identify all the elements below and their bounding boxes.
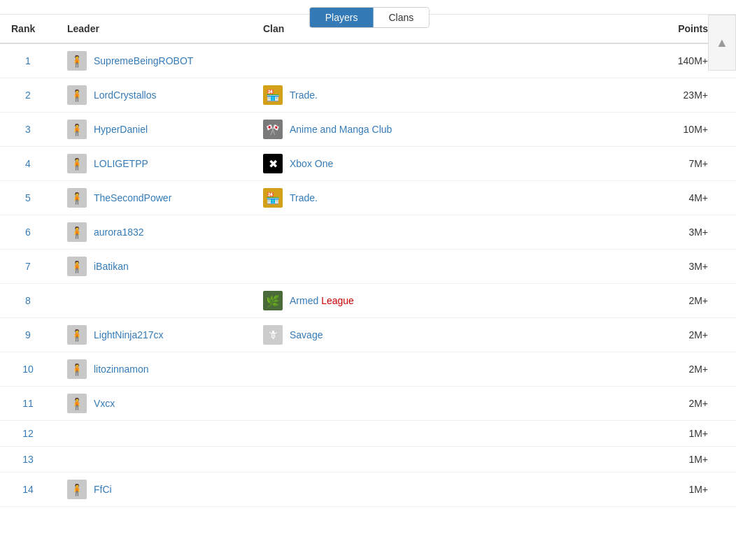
table-row[interactable]: 2🧍LordCrystallos🏪Trade.23M+ (0, 78, 736, 113)
leader-name: FfCi (94, 484, 112, 495)
points-cell: 10M+ (546, 113, 736, 147)
table-row[interactable]: 11🧍Vxcx2M+ (0, 387, 736, 421)
points-cell: 1M+ (546, 447, 736, 473)
leader-cell: 🧍LOLIGETPP (56, 147, 252, 181)
avatar: 🧍 (67, 394, 87, 413)
points-cell: 23M+ (546, 78, 736, 113)
clan-name[interactable]: Savage (290, 329, 323, 340)
table-row[interactable]: 10🧍litozinnamon2M+ (0, 352, 736, 387)
leader-cell: 🧍SupremeBeingROBOT (56, 43, 252, 78)
leader-name: TheSecondPower (94, 192, 171, 203)
leader-name: litozinnamon (94, 364, 149, 375)
table-body: 1🧍SupremeBeingROBOT140M+2🧍LordCrystallos… (0, 43, 736, 507)
rank-cell: 4 (0, 147, 56, 181)
table-row[interactable]: 1🧍SupremeBeingROBOT140M+ (0, 43, 736, 78)
col-rank: Rank (0, 15, 56, 43)
leader-name: aurora1832 (94, 227, 144, 238)
rank-cell: 9 (0, 318, 56, 352)
rank-cell: 7 (0, 250, 56, 284)
leader-name: LightNinja217cx (94, 329, 164, 340)
leader-name: HyperDaniel (94, 124, 148, 135)
leader-name: LOLIGETPP (94, 158, 148, 169)
avatar: 🧍 (67, 154, 87, 173)
leader-cell: 🧍aurora1832 (56, 215, 252, 250)
clan-name[interactable]: Xbox One (290, 158, 333, 169)
points-cell: 2M+ (546, 387, 736, 421)
clan-icon: 🏪 (263, 188, 283, 208)
clan-icon: 🌿 (263, 291, 283, 310)
avatar: 🧍 (67, 120, 87, 139)
leader-cell: 🧍Vxcx (56, 387, 252, 421)
leader-name: iBatikan (94, 261, 129, 272)
leader-cell (56, 421, 252, 447)
leader-cell: 🧍HyperDaniel (56, 113, 252, 147)
leader-cell (56, 447, 252, 473)
clan-cell (252, 43, 546, 78)
clan-cell: 🎌Anime and Manga Club (252, 113, 546, 147)
clan-name[interactable]: Armed League (290, 295, 354, 306)
clan-cell: ✖Xbox One (252, 147, 546, 181)
points-cell: 7M+ (546, 147, 736, 181)
points-cell: 2M+ (546, 352, 736, 387)
scroll-up-button[interactable]: ▲ (708, 15, 736, 71)
rank-cell: 1 (0, 43, 56, 78)
points-cell: 2M+ (546, 318, 736, 352)
rank-cell: 6 (0, 215, 56, 250)
clan-cell (252, 352, 546, 387)
table-row[interactable]: 3🧍HyperDaniel🎌Anime and Manga Club10M+ (0, 113, 736, 147)
clan-icon: 🎌 (263, 120, 283, 139)
leader-cell: 🧍iBatikan (56, 250, 252, 284)
rank-cell: 14 (0, 473, 56, 507)
avatar: 🧍 (67, 85, 87, 105)
leader-name: SupremeBeingROBOT (94, 55, 193, 66)
points-cell: 3M+ (546, 215, 736, 250)
header: Players Clans (0, 0, 736, 15)
rank-cell: 12 (0, 421, 56, 447)
clan-cell (252, 250, 546, 284)
leader-cell (56, 284, 252, 318)
table-row[interactable]: 8🌿Armed League2M+ (0, 284, 736, 318)
rank-cell: 8 (0, 284, 56, 318)
clan-name[interactable]: Anime and Manga Club (290, 124, 392, 135)
clan-name[interactable]: Trade. (290, 89, 318, 101)
table-row[interactable]: 121M+ (0, 421, 736, 447)
table-row[interactable]: 6🧍aurora18323M+ (0, 215, 736, 250)
leaderboard-table: Rank Leader Clan Points 1🧍SupremeBeingRO… (0, 15, 736, 507)
clan-cell (252, 473, 546, 507)
table-row[interactable]: 131M+ (0, 447, 736, 473)
rank-cell: 5 (0, 181, 56, 215)
leader-name: LordCrystallos (94, 89, 156, 101)
points-cell: 1M+ (546, 473, 736, 507)
table-row[interactable]: 9🧍LightNinja217cx🗡Savage2M+ (0, 318, 736, 352)
table-container: Rank Leader Clan Points 1🧍SupremeBeingRO… (0, 15, 736, 507)
col-clan: Clan (252, 15, 546, 43)
table-row[interactable]: 5🧍TheSecondPower🏪Trade.4M+ (0, 181, 736, 215)
col-leader: Leader (56, 15, 252, 43)
points-cell: 3M+ (546, 250, 736, 284)
leader-name: Vxcx (94, 398, 115, 409)
clan-cell (252, 387, 546, 421)
points-cell: 4M+ (546, 181, 736, 215)
leader-cell: 🧍FfCi (56, 473, 252, 507)
avatar: 🧍 (67, 359, 87, 379)
avatar: 🧍 (67, 257, 87, 276)
table-row[interactable]: 14🧍FfCi1M+ (0, 473, 736, 507)
clan-icon: ✖ (263, 154, 283, 173)
clan-cell: 🏪Trade. (252, 78, 546, 113)
clan-cell: 🏪Trade. (252, 181, 546, 215)
rank-cell: 3 (0, 113, 56, 147)
table-row[interactable]: 7🧍iBatikan3M+ (0, 250, 736, 284)
avatar: 🧍 (67, 222, 87, 242)
clan-name[interactable]: Trade. (290, 192, 318, 203)
points-cell: 2M+ (546, 284, 736, 318)
clan-cell (252, 447, 546, 473)
rank-cell: 13 (0, 447, 56, 473)
leader-cell: 🧍litozinnamon (56, 352, 252, 387)
table-row[interactable]: 4🧍LOLIGETPP✖Xbox One7M+ (0, 147, 736, 181)
table-header-row: Rank Leader Clan Points (0, 15, 736, 43)
leader-cell: 🧍LordCrystallos (56, 78, 252, 113)
clan-cell: 🗡Savage (252, 318, 546, 352)
leader-cell: 🧍TheSecondPower (56, 181, 252, 215)
avatar: 🧍 (67, 325, 87, 345)
rank-cell: 2 (0, 78, 56, 113)
